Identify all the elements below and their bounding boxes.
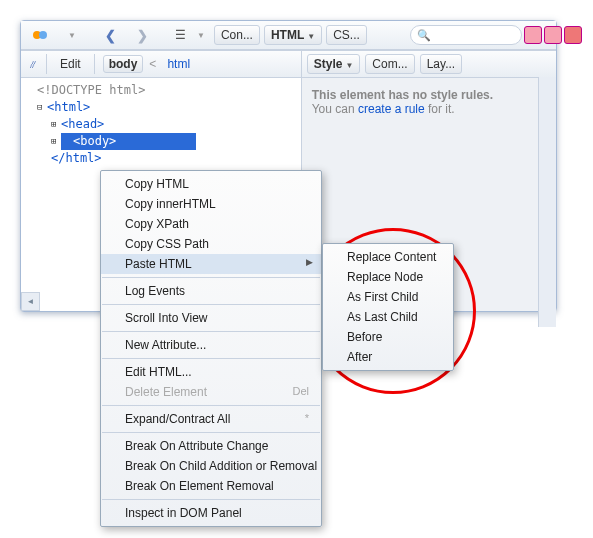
msg-line1: This element has no style rules. [312, 88, 493, 102]
tree-body-selected[interactable]: ⊞<body> [37, 133, 295, 150]
msg-line2b: for it. [425, 102, 455, 116]
main-toolbar: ▼ ❮ ❯ ☰ ▼ Con... HTML▼ CS... 🔍 [21, 21, 556, 50]
scroll-left-button[interactable]: ◄ [21, 292, 40, 311]
dropdown-icon[interactable]: ▼ [197, 31, 205, 40]
tree-html[interactable]: ⊟<html> [37, 99, 295, 116]
tree-html-close[interactable]: </html> [37, 150, 295, 167]
tab-html-label: HTML [271, 28, 304, 42]
menu-copy-html[interactable]: Copy HTML [101, 174, 321, 194]
edit-button[interactable]: Edit [55, 56, 86, 72]
dropdown-icon: ▼ [345, 61, 353, 70]
tree-head[interactable]: ⊞<head> [37, 116, 295, 133]
paste-submenu: Replace Content Replace Node As First Ch… [322, 243, 454, 332]
tree-label: <body> [61, 133, 196, 150]
menu-icon[interactable]: ☰ [165, 24, 195, 46]
menu-label: Paste HTML [125, 257, 192, 271]
tab-computed[interactable]: Com... [365, 54, 414, 74]
menu-scroll-into-view[interactable]: Scroll Into View [101, 308, 321, 328]
tab-console[interactable]: Con... [214, 25, 260, 45]
crumb-body[interactable]: body [103, 55, 144, 73]
expand-icon[interactable]: ⊞ [51, 133, 61, 150]
tab-layout[interactable]: Lay... [420, 54, 462, 74]
crumb-html[interactable]: html [162, 56, 195, 72]
menu-copy-xpath[interactable]: Copy XPath [101, 214, 321, 234]
dom-tree[interactable]: <!DOCTYPE html> ⊟<html> ⊞<head> ⊞<body> … [21, 78, 301, 171]
submenu-last-child[interactable]: As Last Child [323, 307, 453, 327]
dropdown-icon[interactable]: ▼ [57, 24, 87, 46]
create-rule-link[interactable]: create a rule [358, 102, 425, 116]
search-field[interactable]: 🔍 [410, 25, 522, 45]
menu-separator [102, 304, 320, 305]
forward-button[interactable]: ❯ [127, 24, 157, 46]
tree-label: <head> [61, 116, 104, 133]
window-controls [524, 26, 582, 44]
divider [46, 54, 47, 74]
tab-style[interactable]: Style▼ [307, 54, 361, 74]
search-input[interactable] [431, 28, 515, 42]
menu-copy-innerhtml[interactable]: Copy innerHTML [101, 194, 321, 214]
submenu-arrow-icon: ▶ [306, 257, 313, 267]
firebug-icon[interactable] [25, 24, 55, 46]
breadcrumb: ⫽ Edit body < html [21, 51, 301, 78]
search-icon: 🔍 [417, 29, 431, 42]
breadcrumb-icon[interactable]: ⫽ [27, 58, 38, 70]
tab-label: Style [314, 57, 343, 71]
tab-html[interactable]: HTML▼ [264, 25, 322, 45]
tab-css[interactable]: CS... [326, 25, 367, 45]
tree-label: <html> [47, 99, 90, 116]
side-tabs: Style▼ Com... Lay... [302, 51, 556, 78]
expand-icon[interactable]: ⊞ [51, 116, 61, 133]
menu-paste-html[interactable]: Paste HTML▶ [101, 254, 321, 274]
submenu-before[interactable]: Before [323, 327, 453, 332]
crumb-sep: < [149, 57, 156, 71]
tree-doctype[interactable]: <!DOCTYPE html> [37, 82, 295, 99]
submenu-replace-node[interactable]: Replace Node [323, 267, 453, 287]
submenu-replace-content[interactable]: Replace Content [323, 247, 453, 267]
menu-log-events[interactable]: Log Events [101, 281, 321, 301]
submenu-first-child[interactable]: As First Child [323, 287, 453, 307]
menu-separator [102, 277, 320, 278]
popout-button[interactable] [544, 26, 562, 44]
dropdown-icon: ▼ [307, 32, 315, 41]
context-menu: Copy HTML Copy innerHTML Copy XPath Copy… [100, 170, 322, 332]
divider [94, 54, 95, 74]
collapse-icon[interactable]: ⊟ [37, 99, 47, 116]
minimize-button[interactable] [524, 26, 542, 44]
menu-copy-csspath[interactable]: Copy CSS Path [101, 234, 321, 254]
svg-point-1 [39, 31, 47, 39]
no-rules-message: This element has no style rules. You can… [302, 78, 556, 126]
close-button[interactable] [564, 26, 582, 44]
menu-separator [102, 331, 320, 332]
msg-line2a: You can [312, 102, 358, 116]
back-button[interactable]: ❮ [95, 24, 125, 46]
scrollbar[interactable] [538, 77, 556, 327]
